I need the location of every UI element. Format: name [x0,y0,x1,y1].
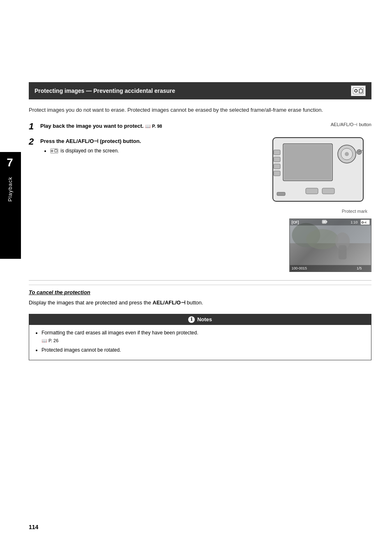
step-1-ref: 📖 P. 98 [145,124,162,129]
step-2: 2 Press the AEL/AFL/O⊣ (protect) button.… [29,137,244,155]
main-content: Protecting images — Preventing accidenta… [29,0,371,360]
notes-header-label: Notes [197,316,212,322]
note-ref-1: 📖 P. 26 [42,338,58,343]
screen-preview: [CF] 1:10 O⊣ 100-0015 1/5 [289,219,371,272]
step-1-content: Play back the image you want to protect.… [40,122,244,132]
step-1: 1 Play back the image you want to protec… [29,122,244,132]
sidebar-tab: 7 Playback [0,152,20,259]
svg-rect-11 [274,150,280,155]
cancel-text: Display the images that are protected an… [29,299,371,307]
note-item-2: Protected images cannot be rotated. [42,346,365,354]
divider [29,280,371,281]
svg-rect-21 [322,188,334,194]
cancel-text-before: Display the images that are protected an… [29,299,151,306]
chapter-number: 7 [7,156,13,169]
page-number: 114 [29,524,38,530]
section-header: Protecting images — Preventing accidenta… [29,82,371,99]
steps-area: 1 Play back the image you want to protec… [29,122,371,272]
notes-header: ℹ Notes [29,314,371,325]
svg-text:100-0015: 100-0015 [291,266,307,270]
intro-text: Protect images you do not want to erase.… [29,106,371,115]
protect-icon: O [353,87,364,94]
cancel-button-ref: AEL/AFL/O⊣ [152,299,187,306]
notes-icon: ℹ [188,316,195,323]
steps-right: AEL/AFL/O⊣ button [252,122,371,272]
cancel-title: To cancel the protection [29,289,371,295]
protect-mark-label: Protect mark [342,209,367,214]
step-1-title: Play back the image you want to protect.… [40,122,244,130]
svg-text:1/5: 1/5 [357,266,362,270]
cancel-section: To cancel the protection Display the ima… [29,285,371,307]
sidebar-border [20,152,21,259]
step-1-title-text: Play back the image you want to protect. [40,123,143,129]
svg-rect-12 [274,157,280,162]
svg-point-25 [306,229,339,249]
svg-rect-14 [274,171,280,176]
svg-point-18 [357,150,362,154]
step-2-bullet: O is displayed on the screen. [50,147,244,154]
svg-rect-28 [290,219,371,226]
step-2-number: 2 [29,137,37,146]
step-2-content: Press the AEL/AFL/O⊣ (protect) button. O [40,137,244,155]
ael-button-label: AEL/AFL/O⊣ button [331,122,371,127]
svg-rect-10 [284,145,332,180]
protect-display-icon: O [50,148,60,154]
camera-illustration [265,131,371,205]
step-2-bullets: O is displayed on the screen. [44,147,244,154]
notes-box: ℹ Notes Formatting the card erases all i… [29,314,371,361]
notes-content: Formatting the card erases all images ev… [29,325,371,360]
svg-point-17 [345,152,349,156]
step-1-number: 1 [29,122,37,131]
protect-icon-box: O [351,85,366,96]
svg-text:O⊣: O⊣ [362,221,366,224]
steps-left: 1 Play back the image you want to protec… [29,122,244,161]
svg-text:O: O [354,88,358,93]
svg-rect-13 [274,164,280,169]
note-item-1: Formatting the card erases all images ev… [42,329,365,345]
page: 7 Playback Protecting images — Preventin… [0,0,392,555]
section-title: Protecting images — Preventing accidenta… [35,88,175,94]
svg-rect-22 [277,192,285,196]
svg-rect-20 [306,188,318,194]
svg-text:[CF]: [CF] [291,220,299,224]
svg-text:O: O [51,150,53,152]
svg-text:1:10: 1:10 [350,220,357,224]
notes-list: Formatting the card erases all images ev… [42,329,365,355]
svg-rect-27 [339,245,347,259]
cancel-text-after: button. [187,299,203,306]
svg-rect-31 [326,221,327,223]
svg-rect-32 [323,221,326,223]
step-2-title: Press the AEL/AFL/O⊣ (protect) button. [40,137,244,145]
chapter-label: Playback [7,177,13,202]
